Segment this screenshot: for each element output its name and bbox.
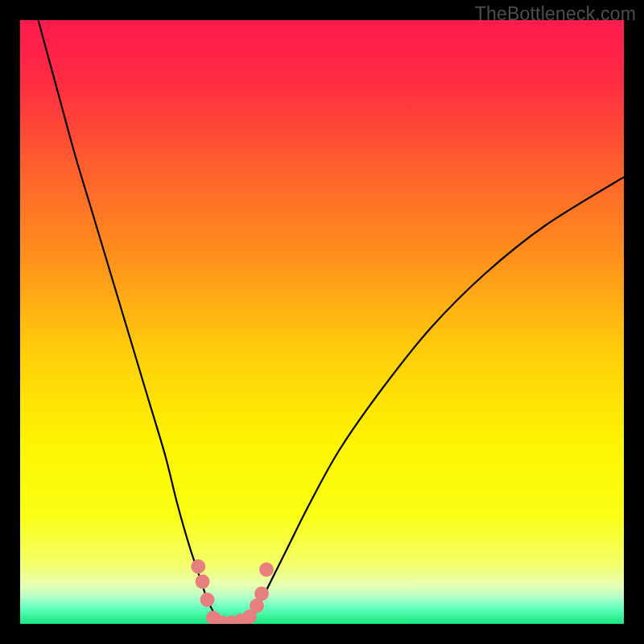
data-point-marker [254,587,269,601]
chart-plot [20,20,624,624]
watermark-text: TheBottleneck.com [475,3,636,25]
data-point-marker [191,559,205,574]
data-point-marker [200,592,215,607]
chart-frame: TheBottleneck.com [0,0,644,644]
data-point-marker [259,563,274,577]
data-point-marker [196,575,210,589]
chart-background [20,20,624,624]
